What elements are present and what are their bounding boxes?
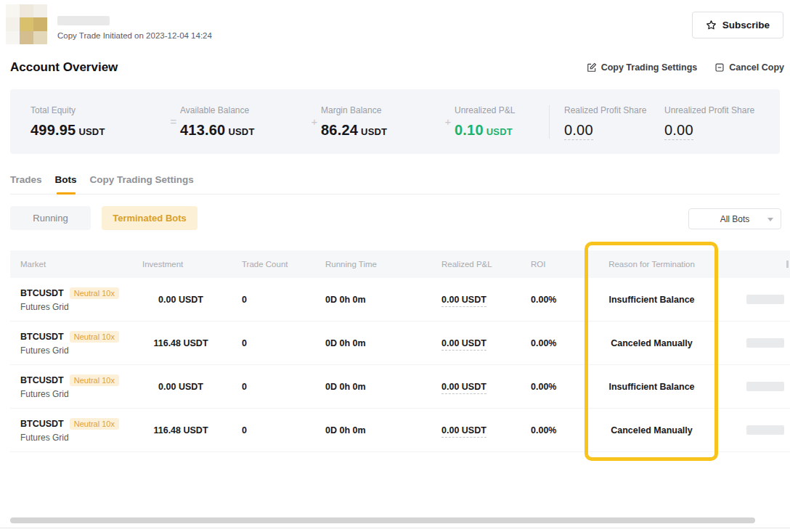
trade-count-cell: 0 — [232, 382, 319, 392]
copy-trading-settings-label: Copy Trading Settings — [601, 62, 698, 73]
market-symbol: BTCUSDT — [20, 375, 64, 385]
all-bots-selected-value: All Bots — [720, 214, 750, 224]
stat-available-balance: Available Balance 413.60USDT — [180, 105, 308, 139]
column-header-market: Market — [10, 260, 131, 269]
action-cell — [722, 295, 790, 304]
all-bots-dropdown[interactable]: All Bots — [688, 208, 781, 229]
trader-avatar — [6, 4, 47, 44]
table-row: BTCUSDT Neutral 10x Futures Grid 116.48 … — [10, 409, 790, 452]
page-bottom-divider — [0, 528, 790, 528]
column-header-investment: Investment — [131, 260, 232, 269]
bot-type-label: Futures Grid — [20, 302, 131, 312]
running-bots-button[interactable]: Running — [10, 206, 91, 230]
market-symbol: BTCUSDT — [20, 288, 64, 298]
blurred-action-link[interactable] — [746, 382, 784, 391]
cancel-copy-label: Cancel Copy — [729, 62, 784, 73]
roi-cell: 0.00% — [508, 382, 581, 392]
bot-type-label: Futures Grid — [20, 433, 131, 443]
market-symbol: BTCUSDT — [20, 332, 64, 342]
stats-divider — [549, 105, 550, 139]
blurred-action-link[interactable] — [746, 425, 784, 435]
minus-square-icon — [714, 62, 725, 73]
terminated-bots-button[interactable]: Terminated Bots — [102, 206, 198, 230]
column-header-roi: ROI — [508, 260, 581, 269]
stat-unrealized-profit-share: Unrealized Profit Share 0.00 — [664, 105, 754, 139]
trade-count-cell: 0 — [232, 338, 319, 348]
column-header-trade-count: Trade Count — [232, 260, 319, 269]
action-cell — [722, 425, 790, 435]
termination-reason-cell: Insufficient Balance — [581, 382, 722, 392]
investment-cell: 116.48 USDT — [131, 338, 232, 348]
copy-trade-initiated-text: Copy Trade Initiated on 2023-12-04 14:24 — [57, 31, 212, 40]
roi-cell: 0.00% — [508, 295, 581, 305]
realized-pnl-cell: 0.00 USDT — [428, 295, 508, 305]
running-time-cell: 0D 0h 0m — [319, 382, 428, 392]
trade-count-cell: 0 — [232, 425, 319, 435]
table-row: BTCUSDT Neutral 10x Futures Grid 0.00 US… — [10, 365, 790, 409]
page-title: Account Overview — [10, 60, 118, 75]
equals-operator: = — [167, 115, 180, 128]
leverage-badge: Neutral 10x — [70, 287, 119, 299]
tab-trades[interactable]: Trades — [10, 174, 42, 194]
tab-bots[interactable]: Bots — [55, 174, 77, 194]
action-cell — [722, 338, 790, 348]
running-time-cell: 0D 0h 0m — [319, 338, 428, 348]
leverage-badge: Neutral 10x — [70, 375, 119, 386]
investment-cell: 116.48 USDT — [131, 425, 232, 435]
column-header-realized-pnl: Realized P&L — [428, 260, 508, 269]
clipped-column-header — [786, 261, 789, 268]
table-body: BTCUSDT Neutral 10x Futures Grid 0.00 US… — [10, 278, 790, 452]
table-row: BTCUSDT Neutral 10x Futures Grid 0.00 US… — [10, 278, 790, 322]
account-stats-panel: Total Equity 499.95USDT = Available Bala… — [10, 89, 780, 154]
realized-pnl-cell: 0.00 USDT — [428, 382, 508, 392]
realized-pnl-cell: 0.00 USDT — [428, 338, 508, 348]
tab-copy-trading-settings[interactable]: Copy Trading Settings — [90, 174, 194, 194]
market-cell: BTCUSDT Neutral 10x Futures Grid — [10, 375, 131, 399]
copy-trading-account-page: Copy Trade Initiated on 2023-12-04 14:24… — [0, 0, 790, 532]
bots-table-header: Market Investment Trade Count Running Ti… — [10, 250, 790, 278]
horizontal-scrollbar-thumb[interactable] — [10, 517, 755, 523]
market-cell: BTCUSDT Neutral 10x Futures Grid — [10, 418, 131, 443]
stat-total-equity: Total Equity 499.95USDT — [30, 105, 167, 139]
stat-unrealized-pnl: Unrealized P&L 0.10USDT — [455, 105, 534, 139]
main-tabs: Trades Bots Copy Trading Settings — [10, 174, 780, 195]
leverage-badge: Neutral 10x — [70, 331, 119, 343]
running-time-cell: 0D 0h 0m — [319, 295, 428, 305]
copy-trading-settings-button[interactable]: Copy Trading Settings — [587, 62, 698, 73]
termination-reason-cell: Insufficient Balance — [581, 295, 722, 305]
blurred-action-link[interactable] — [746, 338, 784, 348]
edit-icon — [587, 62, 597, 73]
investment-cell: 0.00 USDT — [131, 295, 232, 305]
table-row: BTCUSDT Neutral 10x Futures Grid 116.48 … — [10, 322, 790, 365]
bot-type-label: Futures Grid — [20, 389, 131, 399]
termination-reason-cell: Canceled Manually — [581, 425, 722, 435]
cancel-copy-button[interactable]: Cancel Copy — [714, 62, 784, 73]
subscribe-label: Subscribe — [722, 20, 770, 30]
roi-cell: 0.00% — [508, 338, 581, 348]
market-cell: BTCUSDT Neutral 10x Futures Grid — [10, 287, 131, 312]
trade-count-cell: 0 — [232, 295, 319, 305]
blurred-action-link[interactable] — [746, 295, 784, 304]
leverage-badge: Neutral 10x — [70, 418, 119, 430]
roi-cell: 0.00% — [508, 425, 581, 435]
bot-type-label: Futures Grid — [20, 345, 131, 356]
trader-name-blurred — [57, 16, 110, 25]
stat-margin-balance: Margin Balance 86.24USDT — [321, 105, 441, 139]
column-header-reason-for-termination: Reason for Termination — [581, 260, 722, 269]
running-time-cell: 0D 0h 0m — [319, 425, 428, 435]
chevron-down-icon — [767, 218, 773, 221]
column-header-running-time: Running Time — [319, 260, 428, 269]
termination-reason-cell: Canceled Manually — [581, 338, 722, 348]
subscribe-button[interactable]: Subscribe — [692, 12, 783, 38]
investment-cell: 0.00 USDT — [131, 382, 232, 392]
action-cell — [722, 382, 790, 391]
market-cell: BTCUSDT Neutral 10x Futures Grid — [10, 331, 131, 356]
stat-realized-profit-share: Realized Profit Share 0.00 — [564, 105, 664, 139]
market-symbol: BTCUSDT — [20, 419, 64, 429]
realized-pnl-cell: 0.00 USDT — [428, 425, 508, 435]
star-icon — [706, 20, 717, 30]
plus-operator: + — [308, 115, 321, 128]
plus-operator: + — [441, 115, 455, 128]
